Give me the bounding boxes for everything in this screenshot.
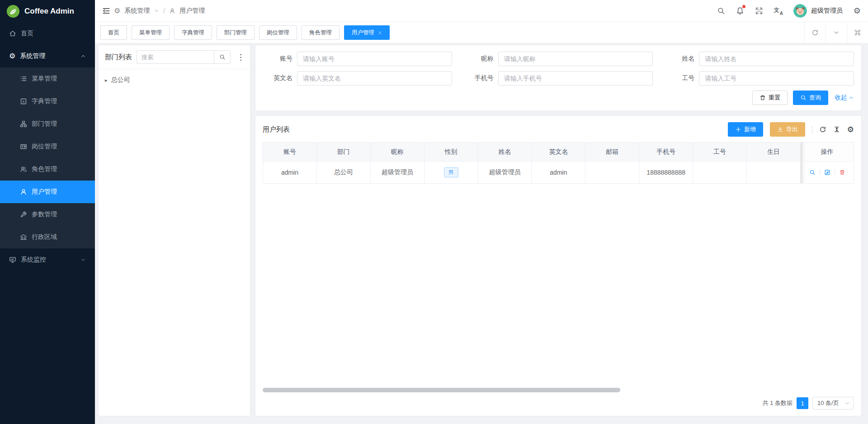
row-actions [801, 169, 854, 176]
table-refresh-button[interactable] [819, 126, 826, 133]
tab-dept-mgmt[interactable]: 部门管理 [217, 25, 255, 40]
department-search-input[interactable] [137, 50, 214, 64]
sidebar-item-param-mgmt[interactable]: 参数管理 [0, 203, 95, 226]
column-settings-gear-icon[interactable]: ⚙ [847, 126, 854, 133]
tab-home[interactable]: 首页 [100, 25, 127, 40]
reset-button[interactable]: 重置 [752, 91, 788, 105]
sidebar-collapse-button[interactable] [102, 7, 110, 15]
job-no-input[interactable] [699, 71, 854, 86]
add-user-button[interactable]: 新增 [728, 122, 763, 137]
sidebar-item-system-monitor[interactable]: 系统监控 [0, 248, 95, 271]
tab-role-mgmt[interactable]: 角色管理 [302, 25, 340, 40]
sidebar-item-role-mgmt[interactable]: 角色管理 [0, 158, 95, 181]
settings-gear-icon[interactable]: ⚙ [854, 7, 861, 15]
sidebar-item-system-mgmt[interactable]: ⚙ 系统管理 [0, 45, 95, 67]
col-job-no: 工号 [693, 143, 747, 162]
field-nickname: 昵称 [464, 52, 653, 66]
sidebar-item-post-mgmt[interactable]: 岗位管理 [0, 135, 95, 158]
phone-input[interactable] [498, 71, 653, 86]
topbar-actions: 文A 超级管理员 ⚙ [717, 4, 861, 18]
col-birthday: 生日 [747, 143, 801, 162]
sidebar-item-dept-mgmt[interactable]: 部门管理 [0, 113, 95, 135]
app-logo-row: Coffee Admin [0, 0, 95, 22]
department-search-button[interactable] [214, 50, 231, 64]
toolbar-divider [812, 125, 812, 133]
cell-dept: 总公司 [316, 162, 370, 184]
collapse-filter-link[interactable]: 收起 [835, 94, 854, 102]
account-input[interactable] [297, 52, 452, 66]
sidebar-item-label: 用户管理 [32, 188, 57, 196]
user-list-title: 用户列表 [263, 125, 290, 134]
table-row[interactable]: admin 总公司 超级管理员 男 超级管理员 admin 1888888888… [263, 162, 854, 184]
search-icon [219, 54, 226, 60]
indent-collapse-icon [102, 7, 110, 15]
user-icon [20, 188, 27, 195]
tabbar: 首页 菜单管理 字典管理 部门管理 岗位管理 角色管理 用户管理 [95, 22, 868, 43]
cell-birthday [747, 162, 801, 184]
table-empty-space [263, 184, 854, 388]
sidebar-item-label: 首页 [21, 29, 33, 38]
list-icon [20, 75, 27, 82]
tree-node-root[interactable]: ▸ 总公司 [105, 74, 244, 86]
edit-user-button[interactable] [820, 169, 835, 176]
user-list-header: 用户列表 新增 导出 [263, 122, 854, 137]
translate-icon[interactable]: 文A [774, 7, 783, 15]
tab-user-mgmt[interactable]: 用户管理 [344, 25, 390, 40]
notification-bell-icon[interactable] [736, 7, 744, 15]
sidebar-item-menu-mgmt[interactable]: 菜单管理 [0, 67, 95, 90]
breadcrumb-current: 用户管理 [179, 7, 205, 15]
page-size-value: 10 条/页 [817, 399, 839, 407]
delete-user-button[interactable] [835, 169, 849, 176]
department-tree: ▸ 总公司 [99, 69, 250, 91]
horizontal-scrollbar-thumb[interactable] [263, 388, 620, 392]
maximize-icon [854, 29, 861, 36]
breadcrumb-parent[interactable]: 系统管理 [124, 7, 150, 15]
sidebar-submenu-system: 菜单管理 A 字典管理 部门管理 岗位管理 角色管理 用户管理 参数管理 行政区 [0, 67, 95, 248]
col-account: 账号 [263, 143, 317, 162]
col-email: 邮箱 [585, 143, 639, 162]
tab-dict-mgmt[interactable]: 字典管理 [174, 25, 212, 40]
user-menu[interactable]: 超级管理员 [793, 4, 843, 18]
department-search-group [137, 50, 231, 64]
field-phone: 手机号 [464, 71, 653, 86]
search-icon[interactable] [717, 7, 725, 15]
gear-icon: ⚙ [114, 7, 120, 14]
sidebar-item-label: 部门管理 [32, 120, 57, 128]
query-button[interactable]: 查询 [793, 91, 828, 105]
field-en-name: 英文名 [263, 71, 452, 86]
department-panel: 部门列表 ⋮ ▸ 总公司 [99, 45, 250, 416]
chevron-up-icon [849, 95, 854, 100]
table-header-row: 账号 部门 昵称 性别 姓名 英文名 邮箱 手机号 工号 生日 操作 [263, 143, 854, 162]
tree-node-label: 总公司 [111, 76, 130, 84]
field-account: 账号 [263, 52, 452, 66]
tab-dropdown-button[interactable] [826, 22, 847, 43]
sidebar-item-dict-mgmt[interactable]: A 字典管理 [0, 90, 95, 113]
sidebar-item-label: 系统管理 [20, 52, 45, 60]
cell-account: admin [263, 162, 317, 184]
pagination-total: 共 1 条数据 [763, 399, 793, 407]
page-size-select[interactable]: 10 条/页 [812, 397, 854, 410]
tab-post-mgmt[interactable]: 岗位管理 [259, 25, 297, 40]
home-icon [9, 30, 16, 37]
en-name-input[interactable] [297, 71, 452, 86]
pagination-page-1[interactable]: 1 [797, 397, 808, 409]
content-maximize-button[interactable] [847, 22, 868, 43]
row-height-button[interactable] [833, 126, 840, 133]
view-user-button[interactable] [805, 169, 820, 176]
fullscreen-icon[interactable] [755, 7, 763, 15]
tree-expand-caret-icon[interactable]: ▸ [105, 78, 108, 83]
field-label: 工号 [665, 74, 694, 82]
chevron-down-icon [844, 400, 850, 406]
nickname-input[interactable] [498, 52, 653, 66]
department-panel-header: 部门列表 ⋮ [99, 45, 250, 69]
sidebar-item-home[interactable]: 首页 [0, 22, 95, 45]
id-card-icon [20, 143, 27, 150]
sidebar-item-region-mgmt[interactable]: 行政区域 [0, 226, 95, 248]
tab-menu-mgmt[interactable]: 菜单管理 [132, 25, 170, 40]
department-more-button[interactable]: ⋮ [235, 53, 246, 61]
tab-close-icon[interactable] [378, 31, 382, 35]
tab-refresh-button[interactable] [804, 22, 826, 43]
name-input[interactable] [699, 52, 854, 66]
export-button[interactable]: 导出 [770, 122, 805, 137]
sidebar-item-user-mgmt[interactable]: 用户管理 [0, 181, 95, 203]
